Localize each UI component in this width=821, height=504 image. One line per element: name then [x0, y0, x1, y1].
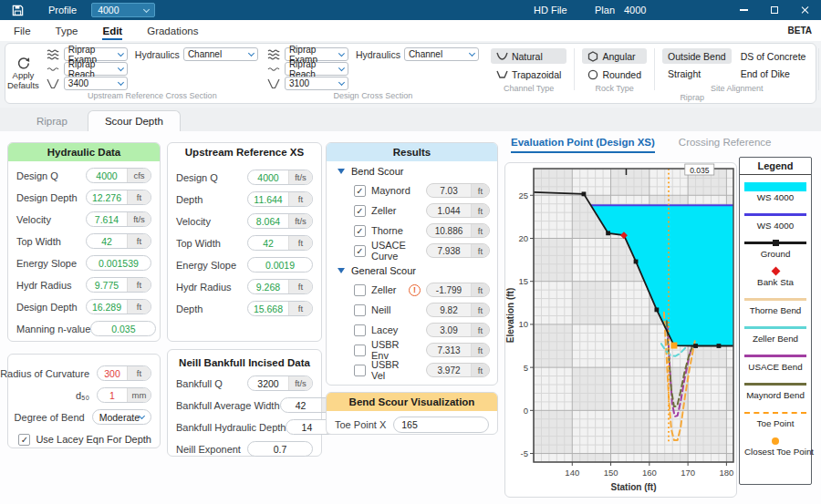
menu-type[interactable]: Type	[56, 20, 78, 41]
result-value: 3.09 ft	[426, 323, 490, 337]
plan-value: 4000	[624, 5, 646, 15]
maximize-button[interactable]	[759, 0, 790, 20]
field-input[interactable]: 12.276 ft	[86, 190, 151, 205]
field-input[interactable]: 42 ft	[86, 233, 151, 249]
tab-crossing-reference[interactable]: Crossing Reference	[679, 137, 772, 153]
site-outside-bend[interactable]: Outside Bend	[662, 48, 732, 64]
legend-item: Thorne Bend	[744, 294, 806, 315]
field-input[interactable]: 0.001539	[86, 255, 151, 271]
result-checkbox[interactable]	[354, 245, 366, 257]
reach-icon	[47, 63, 60, 75]
field-input[interactable]: 4000 cfs	[86, 168, 151, 183]
result-value: 9.82 ft	[426, 303, 490, 317]
field-input[interactable]: 4000 ft/s	[247, 170, 313, 185]
field-input[interactable]: 15.668 ft	[247, 301, 313, 316]
field-label: Depth	[176, 303, 203, 314]
result-checkbox[interactable]	[354, 324, 366, 336]
unit-label: ft	[288, 280, 312, 293]
tab-riprap[interactable]: Riprap	[20, 110, 84, 131]
cross-section-icon	[47, 77, 60, 89]
svg-text:25: 25	[518, 190, 528, 201]
bend-viz-title: Bend Scour Visualization	[327, 393, 497, 411]
field-row: Neill Exponent 0.7	[168, 441, 321, 457]
result-checkbox[interactable]	[354, 304, 366, 316]
use-lacey-checkbox[interactable]	[18, 434, 30, 446]
save-icon[interactable]	[11, 4, 25, 17]
field-input[interactable]: 42 ft	[247, 235, 313, 251]
field-label: Design Q	[176, 172, 218, 183]
field-input[interactable]: 0.0019	[247, 257, 313, 273]
chart-legend: Legend WS 4000 WS 4000 Ground Bank Sta T…	[739, 157, 812, 485]
field-input[interactable]: 9.268 ft	[247, 279, 313, 294]
upstream-station-combo[interactable]: 3400	[64, 77, 128, 90]
legend-title: Legend	[740, 158, 811, 175]
field-input[interactable]: 0.7	[247, 441, 313, 457]
tab-scour-depth[interactable]: Scour Depth	[88, 110, 181, 131]
results-group-header[interactable]: Bend Scour	[327, 161, 497, 180]
field-input[interactable]: 8.064 ft/s	[247, 213, 313, 229]
field-label: Velocity	[16, 214, 51, 225]
result-checkbox[interactable]	[354, 345, 366, 356]
field-input[interactable]: 11.644 ft	[247, 191, 313, 207]
profile-dropdown[interactable]: 4000	[91, 3, 155, 17]
svg-text:0: 0	[524, 406, 528, 416]
result-checkbox[interactable]	[354, 205, 366, 217]
field-input[interactable]: 3200 ft/s	[247, 375, 313, 391]
site-ds-of-concrete[interactable]: DS of Concrete	[735, 48, 812, 64]
bend-viz-panel: Bend Scour Visualization Toe Point X 165	[326, 392, 498, 435]
unit-label: ft	[288, 236, 312, 250]
field-row: Manning n-value 0.035	[8, 321, 160, 336]
toe-point-x-input[interactable]: 165	[393, 417, 489, 433]
field-input[interactable]: 7.614 ft/s	[86, 211, 151, 227]
radius-of-curvature-label: Radius of Curvature	[0, 368, 89, 379]
legend-label: USACE Bend	[744, 362, 806, 372]
menu-file[interactable]: File	[14, 20, 31, 41]
upstream-reach-combo[interactable]: Riprap Reach	[64, 62, 128, 76]
field-row: Depth 15.668 ft	[168, 301, 321, 316]
close-button[interactable]	[790, 0, 821, 20]
channel-type-natural[interactable]: Natural	[491, 48, 566, 64]
minimize-button[interactable]	[728, 0, 759, 20]
field-input[interactable]: 16.289 ft	[86, 299, 151, 314]
design-station-combo[interactable]: 3100	[285, 77, 348, 90]
menu-edit[interactable]: Edit	[102, 20, 122, 41]
result-checkbox[interactable]	[354, 185, 366, 197]
apply-defaults-button[interactable]: Apply Defaults	[7, 46, 39, 101]
rock-type-rounded[interactable]: Rounded	[582, 67, 647, 82]
field-input[interactable]: 0.035	[90, 321, 156, 336]
svg-text:-5: -5	[521, 448, 528, 458]
site-straight[interactable]: Straight	[662, 66, 732, 81]
unit-label: mm	[127, 388, 151, 402]
angular-rock-icon	[587, 51, 598, 62]
channel-type-trapazoidal[interactable]: Trapazoidal	[491, 67, 566, 82]
degree-of-bend-dropdown[interactable]: Moderate	[92, 409, 151, 425]
field-label: Hydr Radius	[176, 282, 232, 293]
result-label: Lacey	[371, 324, 398, 335]
rock-type-angular[interactable]: Angular	[582, 48, 647, 64]
waves-icon	[267, 48, 281, 60]
result-checkbox[interactable]	[354, 225, 366, 237]
tab-evaluation-point[interactable]: Evaluation Point (Design XS)	[511, 137, 655, 153]
radius-of-curvature-input[interactable]: 300ft	[97, 365, 151, 381]
cross-section-chart: 1401501601701802520151050-5Station (ft)E…	[504, 162, 737, 498]
legend-swatch-line	[744, 323, 806, 333]
menu-gradations[interactable]: Gradations	[147, 20, 198, 41]
chevron-down-icon	[338, 79, 345, 86]
legend-swatch-dot	[744, 436, 806, 446]
minimize-icon	[740, 9, 748, 11]
upstream-hydraulics-combo[interactable]: Channel	[183, 47, 258, 61]
rock-type-label: Rock Type	[577, 84, 651, 93]
design-group-label: Design Cross Section	[265, 91, 481, 100]
results-group-header[interactable]: General Scour	[327, 261, 497, 280]
legend-item: Toe Point	[744, 407, 806, 428]
result-checkbox[interactable]	[354, 284, 366, 296]
result-checkbox[interactable]	[354, 365, 366, 376]
d50-input[interactable]: 1mm	[97, 387, 151, 403]
field-input[interactable]: 9.775 ft	[86, 277, 151, 293]
design-hydraulics-combo[interactable]: Channel	[404, 47, 479, 61]
field-label: Depth	[176, 194, 203, 205]
site-end-of-dike[interactable]: End of Dike	[735, 66, 812, 81]
legend-label: Toe Point	[744, 418, 806, 428]
unit-label: ft	[127, 234, 151, 248]
design-reach-combo[interactable]: Riprap Reach	[285, 62, 348, 76]
